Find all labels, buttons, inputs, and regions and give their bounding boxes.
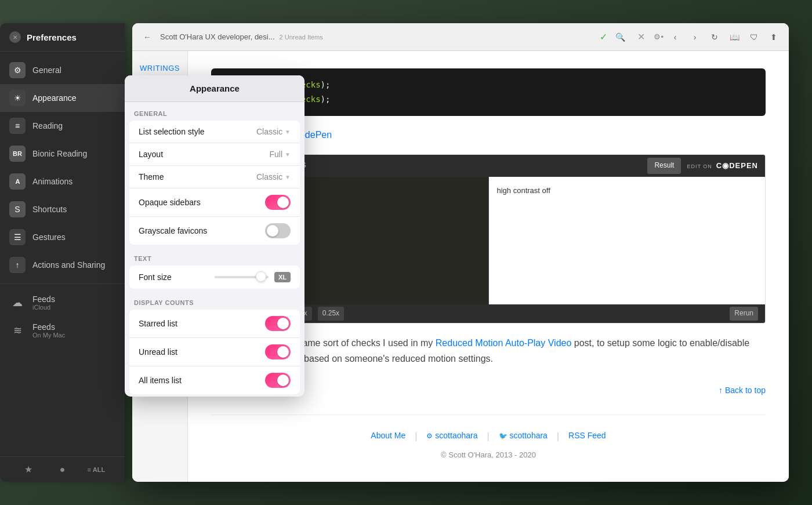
layout-label: Layout	[139, 150, 270, 159]
sidebar-item-general[interactable]: ⚙ General	[0, 56, 125, 84]
feed-icloud-info: Feeds iCloud	[32, 295, 55, 311]
opaque-sidebars-toggle[interactable]	[265, 195, 291, 210]
codepen-025x-btn[interactable]: 0.25x	[318, 307, 344, 320]
theme-label: Theme	[139, 172, 256, 181]
text-section-label: TEXT	[125, 247, 304, 266]
search-button[interactable]: 🔍	[612, 29, 628, 45]
reading-icon: ≡	[9, 118, 26, 134]
sidebar-bionic-label: Bionic Reading	[32, 149, 87, 158]
unread-toggle-knob	[277, 346, 289, 358]
sidebar-gestures-label: Gestures	[32, 232, 66, 242]
feed-mac-info: Feeds On My Mac	[32, 322, 65, 339]
article-footer: About Me | ⚙ scottaohara | 🐦 scottohara …	[211, 415, 766, 475]
grayscale-favicons-toggle[interactable]	[265, 223, 291, 238]
layout-value[interactable]: Full ▼	[270, 150, 291, 159]
footer-copyright: © Scott O'Hara, 2013 - 2020	[211, 449, 766, 462]
theme-value[interactable]: Classic ▼	[256, 172, 291, 181]
sidebar-item-reading[interactable]: ≡ Reading	[0, 112, 125, 140]
starred-toggle-knob	[277, 318, 289, 329]
pocket-button[interactable]: 📖	[726, 29, 742, 45]
footer-twitter-link[interactable]: 🐦 scottohara	[499, 429, 548, 444]
bionic-icon: BR	[9, 146, 26, 162]
sidebar-items: ⚙ General ☀ Appearance ≡ Reading BR Bion…	[0, 52, 125, 456]
footer-about-link[interactable]: About Me	[371, 429, 405, 444]
icloud-icon: ☁	[9, 295, 26, 311]
all-label: ALL	[93, 466, 105, 473]
dot-button[interactable]: ●	[53, 460, 71, 479]
theme-row: Theme Classic ▼	[129, 166, 300, 188]
share-button[interactable]: ⬆	[766, 29, 782, 45]
grayscale-favicons-row: Grayscale favicons	[129, 217, 300, 245]
sidebar-item-gestures[interactable]: ☰ Gestures	[0, 223, 125, 251]
codepen-result-tab[interactable]: Result	[647, 158, 681, 173]
all-items-toggle-knob	[277, 375, 289, 386]
list-selection-style-value[interactable]: Classic ▼	[256, 127, 291, 136]
footer-links: About Me | ⚙ scottaohara | 🐦 scottohara …	[211, 429, 766, 444]
theme-chevron-icon: ▼	[285, 174, 291, 180]
font-size-slider-track[interactable]	[215, 276, 269, 278]
sidebar-feed-icloud[interactable]: ☁ Feeds iCloud	[0, 289, 125, 317]
sidebar-general-label: General	[32, 66, 61, 75]
unread-list-label: Unread list	[139, 347, 265, 357]
sidebar-animations-label: Animations	[32, 177, 72, 186]
sidebar-appearance-label: Appearance	[32, 93, 77, 103]
reduced-motion-link[interactable]: Reduced Motion Auto-Play Video	[436, 338, 572, 348]
window-subtitle: 2 Unread Items	[280, 34, 323, 41]
slider-thumb[interactable]	[256, 271, 266, 282]
feed-icloud-name: Feeds	[32, 295, 55, 304]
sidebar-item-bionic-reading[interactable]: BR Bionic Reading	[0, 140, 125, 168]
opaque-sidebars-row: Opaque sidebars	[129, 188, 300, 217]
font-size-row: Font size XL	[129, 266, 300, 289]
sidebar-item-sharing[interactable]: ↑ Actions and Sharing	[0, 251, 125, 279]
layout-chevron-icon: ▼	[285, 151, 291, 158]
codepen-brand: EDIT ON C◉DEPEN	[687, 160, 758, 172]
all-items-list-toggle[interactable]	[265, 373, 291, 388]
gestures-icon: ☰	[9, 229, 26, 245]
reload-button[interactable]: ↻	[706, 29, 723, 45]
sidebar-bottom-bar: ★ ● ≡ ALL	[0, 456, 125, 482]
close-icon: ✕	[13, 34, 17, 41]
sidebar-title: Preferences	[27, 32, 77, 42]
starred-list-toggle[interactable]	[265, 316, 291, 331]
layout-row: Layout Full ▼	[129, 143, 300, 166]
sharing-icon: ↑	[9, 257, 26, 273]
sidebar-close-button[interactable]: ✕	[9, 31, 21, 43]
verified-icon: ✓	[600, 31, 607, 42]
back-button[interactable]: ←	[139, 29, 155, 45]
general-section-label: GENERAL	[125, 102, 304, 121]
sidebar-feed-mac[interactable]: ≋ Feeds On My Mac	[0, 317, 125, 344]
starred-list-row: Starred list	[129, 310, 300, 338]
starred-button[interactable]: ★	[19, 460, 38, 479]
shield-button[interactable]: 🛡	[746, 29, 762, 45]
unread-list-row: Unread list	[129, 338, 300, 366]
back-icon: ←	[143, 32, 151, 42]
all-list-icon: ≡	[87, 466, 90, 473]
prev-page-button[interactable]: ‹	[667, 29, 683, 45]
toggle-knob	[277, 197, 289, 208]
unread-list-toggle[interactable]	[265, 344, 291, 359]
dot-icon: ●	[60, 464, 66, 475]
extensions-icon[interactable]: ⚙•	[654, 32, 664, 41]
sidebar-header: ✕ Preferences	[0, 23, 125, 52]
footer-rss-link[interactable]: RSS Feed	[568, 429, 606, 444]
mac-icon: ≋	[9, 322, 26, 339]
sidebar-reading-label: Reading	[32, 121, 63, 130]
sidebar-item-appearance[interactable]: ☀ Appearance	[0, 84, 125, 112]
codepen-rerun-btn[interactable]: Rerun	[730, 307, 758, 320]
appearance-panel: Appearance GENERAL List selection style …	[125, 75, 304, 397]
star-icon: ★	[24, 464, 32, 475]
next-page-button[interactable]: ›	[687, 29, 703, 45]
sidebar-item-animations[interactable]: A Animations	[0, 168, 125, 195]
opaque-sidebars-label: Opaque sidebars	[139, 198, 265, 207]
sidebar-item-shortcuts[interactable]: S Shortcuts	[0, 195, 125, 223]
browser-toolbar: ← Scott O'Hara UX developer, desi... 2 U…	[132, 23, 789, 51]
feed-mac-name: Feeds	[32, 322, 65, 332]
grayscale-favicons-label: Grayscale favicons	[139, 226, 265, 235]
close-button[interactable]: ✕	[633, 29, 649, 45]
footer-github-link[interactable]: ⚙ scottaohara	[426, 429, 477, 444]
font-size-label: Font size	[139, 273, 215, 282]
preferences-sidebar: ✕ Preferences ⚙ General ☀ Appearance ≡ R…	[0, 23, 125, 482]
all-button[interactable]: ≡ ALL	[87, 460, 106, 479]
appearance-icon: ☀	[9, 90, 26, 106]
text-settings-group: Font size XL	[129, 266, 300, 289]
